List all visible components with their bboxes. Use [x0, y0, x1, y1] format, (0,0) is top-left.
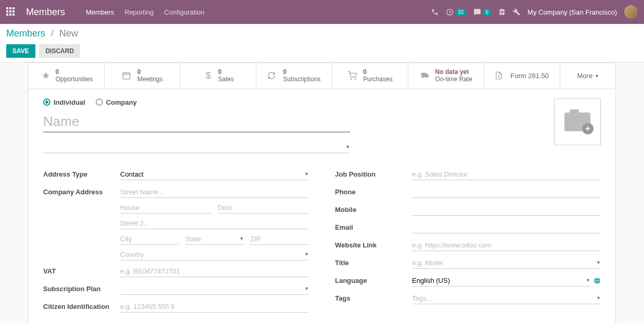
more-label: More — [577, 72, 593, 80]
svg-point-2 — [351, 79, 352, 80]
stat-meetings[interactable]: 0 Meetings — [105, 63, 181, 89]
file-icon — [495, 71, 506, 80]
avatar[interactable] — [624, 5, 638, 19]
stat-sales[interactable]: $ 0 Sales — [181, 63, 256, 89]
breadcrumb-root[interactable]: Members — [6, 28, 45, 39]
breadcrumb-sep: / — [51, 28, 54, 39]
phone-icon[interactable] — [431, 8, 439, 16]
nav-reporting[interactable]: Reporting — [124, 8, 153, 16]
tags-select[interactable] — [412, 293, 601, 304]
mobile-input[interactable] — [412, 204, 601, 216]
star-icon: ★ — [40, 70, 51, 81]
label-tags: Tags — [335, 293, 412, 302]
stat-label: Form 281.50 — [510, 72, 549, 80]
address-type-value[interactable] — [120, 169, 309, 180]
sheet-bg: ★ 0 Opportunities 0 Meetings $ 0 Sales — [0, 63, 644, 324]
radio-label: Individual — [54, 98, 85, 106]
calendar-icon — [122, 71, 133, 80]
label-phone: Phone — [335, 186, 412, 196]
subscription-plan-select[interactable] — [120, 283, 309, 295]
stat-opportunities[interactable]: ★ 0 Opportunities — [29, 63, 105, 89]
citizen-id-input[interactable] — [120, 301, 309, 313]
door-input[interactable] — [218, 202, 310, 214]
label-vat: VAT — [43, 266, 120, 275]
street2-input[interactable] — [120, 218, 309, 229]
stat-value: 0 — [56, 68, 93, 76]
tools-icon[interactable] — [513, 8, 520, 16]
label-company-address: Company Address — [43, 186, 120, 196]
plus-icon: + — [582, 123, 594, 134]
refresh-icon — [267, 71, 279, 80]
label-address-type: Address Type — [43, 169, 120, 178]
stat-more[interactable]: More ▾ — [560, 63, 615, 89]
vat-input[interactable] — [120, 266, 309, 277]
parent-company-select[interactable] — [43, 142, 350, 153]
nav-members[interactable]: Members — [86, 8, 114, 16]
radio-dot-icon — [43, 98, 50, 106]
globe-icon[interactable] — [594, 277, 601, 284]
stat-label: Meetings — [137, 76, 163, 83]
stat-label: Sales — [218, 76, 234, 83]
stat-form281[interactable]: Form 281.50 — [484, 63, 560, 89]
label-mobile: Mobile — [335, 204, 412, 214]
phone-input[interactable] — [412, 186, 601, 198]
nav-right: 32 5 My Company (San Francisco) — [431, 5, 638, 19]
activity-icon[interactable]: 32 — [446, 8, 466, 16]
label-language: Language — [335, 275, 412, 284]
nav-configuration[interactable]: Configuration — [164, 8, 204, 16]
stat-subscriptions[interactable]: 0 Subscriptions — [256, 63, 332, 89]
save-button[interactable]: SAVE — [6, 44, 35, 58]
radio-individual[interactable]: Individual — [43, 98, 85, 106]
truck-icon — [420, 71, 431, 80]
language-value[interactable] — [412, 275, 590, 286]
radio-dot-icon — [96, 98, 103, 106]
label-website: Website Link — [335, 240, 412, 249]
language-select[interactable] — [412, 275, 590, 286]
stat-value: 0 — [137, 68, 163, 76]
radio-label: Company — [106, 98, 137, 106]
zip-input[interactable] — [250, 233, 309, 245]
top-navbar: Members Members Reporting Configuration … — [0, 0, 644, 24]
chevron-down-icon: ▾ — [596, 73, 598, 79]
messages-badge: 5 — [483, 9, 491, 16]
name-input[interactable] — [43, 111, 350, 132]
stat-label: Opportunities — [56, 76, 93, 83]
form-body: + Individual Company Address Type — [29, 89, 615, 324]
svg-point-3 — [355, 79, 356, 80]
stat-label: Purchases — [363, 76, 393, 83]
company-name[interactable]: My Company (San Francisco) — [527, 8, 617, 16]
label-email: Email — [335, 222, 412, 231]
city-input[interactable] — [120, 233, 179, 245]
address-type-select[interactable] — [120, 169, 309, 180]
label-title: Title — [335, 257, 412, 267]
email-input[interactable] — [412, 222, 601, 233]
house-input[interactable] — [120, 202, 212, 214]
stat-value: No data yet — [435, 68, 472, 76]
photo-upload[interactable]: + — [554, 98, 601, 145]
state-select[interactable] — [185, 233, 244, 245]
apps-icon[interactable] — [6, 7, 16, 17]
label-job-position: Job Position — [335, 169, 412, 178]
stat-ontime[interactable]: No data yet On-time Rate — [408, 63, 484, 89]
stat-value: 0 — [363, 68, 393, 76]
fields-grid: Address Type Company Address — [43, 169, 601, 319]
label-citizen-id: Citizen Identification — [43, 301, 120, 310]
job-position-input[interactable] — [412, 169, 601, 180]
control-panel: Members / New SAVE DISCARD — [0, 24, 644, 63]
country-select[interactable] — [120, 249, 309, 260]
messages-icon[interactable]: 5 — [473, 8, 491, 16]
breadcrumb: Members / New — [6, 28, 638, 39]
camera-icon: + — [564, 113, 590, 131]
stat-purchases[interactable]: 0 Purchases — [332, 63, 408, 89]
nav-links: Members Reporting Configuration — [86, 8, 204, 16]
contact-type-radio: Individual Company — [43, 98, 601, 106]
label-subscription-plan: Subscription Plan — [43, 283, 120, 293]
form-sheet: ★ 0 Opportunities 0 Meetings $ 0 Sales — [28, 63, 616, 324]
website-input[interactable] — [412, 240, 601, 251]
gift-icon[interactable] — [498, 8, 506, 16]
discard-button[interactable]: DISCARD — [39, 44, 80, 58]
street-input[interactable] — [120, 186, 309, 198]
title-select[interactable] — [412, 257, 601, 269]
app-brand: Members — [26, 7, 65, 18]
radio-company[interactable]: Company — [96, 98, 137, 106]
